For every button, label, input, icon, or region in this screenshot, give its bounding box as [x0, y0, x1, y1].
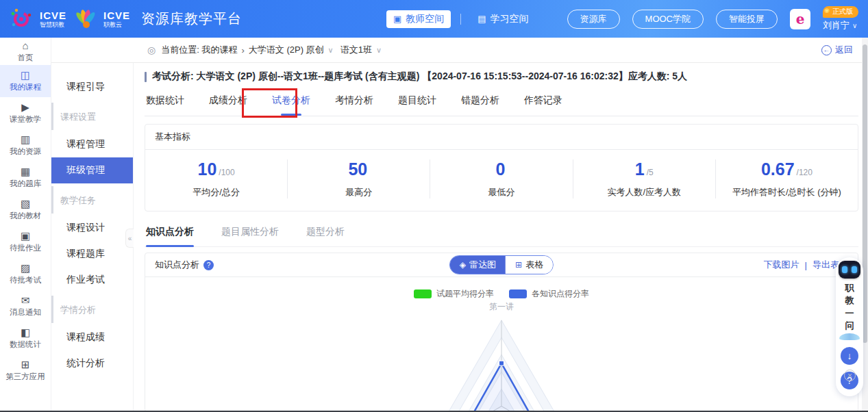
main-content: 考试分析: 大学语文 (2P) 原创--语文1班--题库考试 (含有主观题) 【…: [134, 63, 868, 412]
chart-view-toggle: ◈ 雷达图 ⊞ 表格: [449, 255, 554, 274]
rail-item-my-courses[interactable]: ◫ 我的课程: [0, 65, 51, 97]
tab-score-analysis[interactable]: 成绩分析: [209, 94, 247, 116]
sidebar-group-course-settings: 课程设置: [51, 103, 133, 130]
metric-value: 0: [496, 159, 506, 179]
metric-label: 最低分: [430, 186, 572, 198]
basic-indicators-title: 基本指标: [145, 125, 858, 150]
nav-learning-space[interactable]: ▤ 学习空间: [471, 10, 535, 28]
toggle-table-view[interactable]: ⊞ 表格: [506, 256, 553, 274]
metric-label: 实考人数/应考人数: [573, 186, 715, 198]
brand-tagline2: 职教云: [103, 22, 130, 28]
radar-chart-icon: ◈: [460, 260, 466, 270]
help-icon[interactable]: ?: [203, 260, 214, 270]
brand-icve: ICVE: [40, 10, 66, 21]
rail-label: 待批考试: [10, 275, 41, 285]
rail-item-notifications[interactable]: ✉ 消息通知: [0, 290, 51, 322]
mooc-academy-button[interactable]: MOOC学院: [632, 10, 704, 29]
sidebar-collapse-handle[interactable]: «: [125, 229, 134, 248]
sidebar-item-class-management[interactable]: 班级管理: [51, 157, 133, 183]
chevron-down-icon[interactable]: ∨: [376, 46, 382, 55]
breadcrumb-class-dropdown[interactable]: 语文1班: [340, 44, 372, 56]
legend-label: 各知识点得分率: [532, 288, 589, 300]
teacher-space-icon: ▣: [393, 14, 401, 24]
metric-label: 平均分/总分: [145, 186, 287, 198]
legend-item-avg-score-rate[interactable]: 试题平均得分率: [414, 288, 494, 300]
metric-average-score: 10/100 平均分/总分: [145, 159, 288, 198]
breadcrumb-prefix: 当前位置:: [161, 44, 199, 56]
assistant-vertical-label: 职 教 一 问: [845, 283, 854, 331]
sidebar-item-homework-exam[interactable]: 作业考试: [51, 267, 133, 293]
breadcrumb: ◎ 当前位置: 我的课程 › 大学语文 (2P) 原创 ∨ 语文1班 ∨ ← 返…: [51, 38, 868, 63]
chart-panel-title-row: 知识点分析 ?: [155, 259, 214, 271]
tab-paper-analysis[interactable]: 试卷分析: [272, 94, 310, 116]
sidebar-item-course-guide[interactable]: 课程引导: [51, 74, 133, 100]
learning-space-label: 学习空间: [491, 13, 529, 25]
legend-item-knowledge-point-rate[interactable]: 各知识点得分率: [509, 288, 589, 300]
tab-data-statistics[interactable]: 数据统计: [146, 94, 184, 116]
metric-value: 10: [198, 159, 217, 179]
toggle-radar-view[interactable]: ◈ 雷达图: [450, 256, 506, 274]
metric-suffix: /5: [647, 168, 654, 177]
back-button[interactable]: ← 返回: [821, 44, 853, 56]
rail-item-classroom-teaching[interactable]: ▶ 课堂教学: [0, 97, 51, 129]
resource-library-button[interactable]: 资源库: [567, 10, 620, 29]
vertical-scrollbar-thumb[interactable]: [863, 44, 867, 343]
tab-exam-situation-analysis[interactable]: 考情分析: [335, 94, 373, 116]
homework-icon: ▣: [21, 231, 30, 241]
nav-teacher-space[interactable]: ▣ 教师空间: [386, 10, 451, 28]
rail-item-pending-homework[interactable]: ▣ 待批作业: [0, 226, 51, 258]
rail-label: 课堂教学: [10, 114, 41, 125]
assistant-char: 教: [845, 296, 854, 305]
download-float-button[interactable]: ↓: [841, 347, 858, 365]
rail-label: 我的教材: [10, 211, 41, 221]
statistics-icon: ◧: [21, 327, 30, 337]
breadcrumb-course-dropdown[interactable]: 大学语文 (2P) 原创: [249, 44, 324, 56]
rail-item-my-resources[interactable]: ▥ 我的资源: [0, 129, 51, 162]
sidebar-item-course-grades[interactable]: 课程成绩: [51, 324, 133, 350]
sidebar-item-statistical-analysis[interactable]: 统计分析: [51, 350, 133, 376]
sidebar-item-course-management[interactable]: 课程管理: [51, 131, 133, 157]
smart-projection-button[interactable]: 智能投屏: [716, 10, 778, 29]
tab-wrong-question-analysis[interactable]: 错题分析: [461, 94, 499, 116]
metric-suffix: /100: [219, 168, 234, 177]
legend-swatch-green: [414, 289, 432, 298]
location-icon: ◎: [147, 44, 156, 55]
tab-question-attribute-analysis[interactable]: 题目属性分析: [221, 226, 279, 246]
rail-item-my-question-bank[interactable]: ▦ 我的题库: [0, 162, 51, 194]
chart-legend: 试题平均得分率 各知识点得分率: [145, 288, 858, 300]
table-toggle-label: 表格: [525, 259, 543, 271]
back-arrow-icon: ←: [821, 45, 832, 55]
header-right: 资源库 MOOC学院 智能投屏 e ◉正式版 刘肖宁∨: [567, 6, 858, 31]
sidebar-item-course-design[interactable]: 课程设计: [51, 215, 133, 241]
rail-label: 我的资源: [10, 146, 41, 157]
collapse-float-button[interactable]: ✕: [844, 370, 856, 381]
tab-question-type-analysis[interactable]: 题型分析: [306, 226, 345, 246]
robot-assistant-icon[interactable]: [839, 261, 860, 279]
icve-zhijiaoyun-logo-icon: [73, 8, 97, 31]
below-breadcrumb: 课程引导 课程设置 课程管理 班级管理 教学任务 课程设计 课程题库 作业考试 …: [51, 63, 868, 412]
rail-item-third-party-apps[interactable]: ⊞ 第三方应用: [0, 355, 51, 387]
rail-item-pending-exams[interactable]: ▨ 待批考试: [0, 258, 51, 290]
textbook-icon: ▧: [21, 198, 30, 209]
tab-answer-records[interactable]: 作答记录: [524, 94, 562, 116]
exam-analysis-title: 考试分析: 大学语文 (2P) 原创--语文1班--题库考试 (含有主观题) 【…: [152, 70, 687, 83]
table-icon: ⊞: [515, 260, 522, 270]
user-avatar[interactable]: e: [790, 9, 810, 29]
learning-space-icon: ▤: [478, 14, 486, 24]
sidebar-item-course-question-bank[interactable]: 课程题库: [51, 241, 133, 267]
rail-item-home[interactable]: ⌂ 首页: [0, 38, 51, 65]
rail-item-my-textbooks[interactable]: ▧ 我的教材: [0, 194, 51, 226]
user-menu[interactable]: 刘肖宁∨: [823, 19, 857, 31]
rail-item-data-statistics[interactable]: ◧ 数据统计: [0, 322, 51, 355]
sidebar-group-learning-analysis: 学情分析: [51, 296, 133, 323]
breadcrumb-my-courses[interactable]: 我的课程: [201, 44, 237, 56]
legend-label: 试题平均得分率: [436, 288, 494, 300]
chevron-down-icon[interactable]: ∨: [328, 46, 334, 55]
metric-label: 最高分: [288, 186, 430, 198]
tab-knowledge-point-analysis[interactable]: 知识点分析: [146, 226, 194, 246]
download-image-link[interactable]: 下载图片: [764, 259, 799, 271]
platform-title: 资源库教学平台: [141, 10, 242, 28]
tab-question-statistics[interactable]: 题目统计: [398, 94, 436, 116]
user-block: ◉正式版 刘肖宁∨: [823, 6, 858, 31]
rail-label: 第三方应用: [5, 372, 45, 382]
